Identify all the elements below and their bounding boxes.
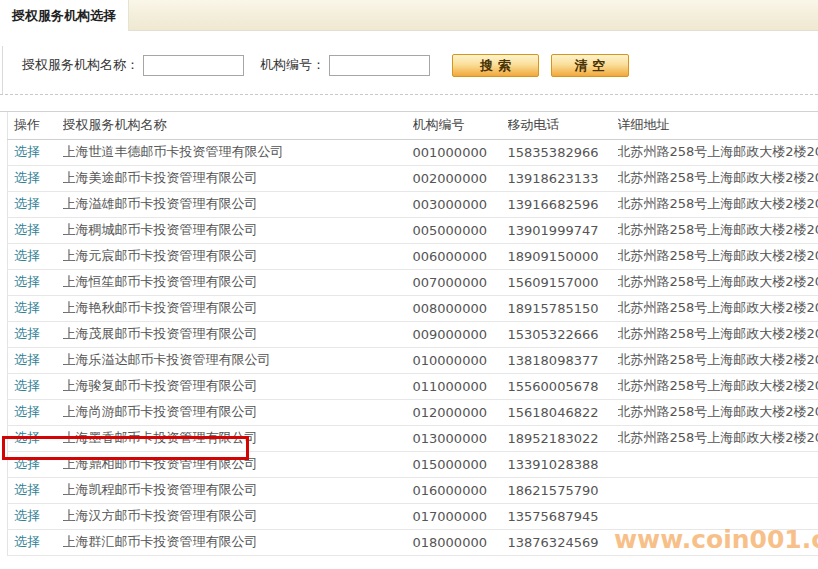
org-name-cell: 上海元宸邮币卡投资管理有限公司 xyxy=(63,243,413,269)
org-code-cell: 001000000 xyxy=(413,139,508,165)
address-cell: 北苏州路258号上海邮政大楼2楼2020 xyxy=(618,165,818,191)
col-header-action: 操作 xyxy=(8,112,63,139)
org-name-cell: 上海世道丰德邮币卡投资管理有限公司 xyxy=(63,139,413,165)
table-row: 选择 上海凯程邮币卡投资管理有限公司 016000000 18621575790 xyxy=(8,477,818,503)
table-row: 选择 上海尚游邮币卡投资管理有限公司 012000000 15618046822… xyxy=(8,399,818,425)
address-cell: 北苏州路258号上海邮政大楼2楼2008 xyxy=(618,139,818,165)
tab-authorized-org-selection[interactable]: 授权服务机构选择 xyxy=(0,0,129,31)
org-code-input[interactable] xyxy=(329,55,430,76)
org-name-input[interactable] xyxy=(143,55,244,76)
table-row: 选择 上海茂展邮币卡投资管理有限公司 009000000 15305322666… xyxy=(8,321,818,347)
phone-cell: 13918623133 xyxy=(508,165,618,191)
org-name-cell: 上海艳秋邮币卡投资管理有限公司 xyxy=(63,295,413,321)
phone-cell: 13901999747 xyxy=(508,217,618,243)
org-code-cell: 009000000 xyxy=(413,321,508,347)
select-link[interactable]: 选择 xyxy=(14,456,40,471)
col-header-org-name: 授权服务机构名称 xyxy=(63,112,413,139)
select-link[interactable]: 选择 xyxy=(14,144,40,159)
table-row: 选择 上海美途邮币卡投资管理有限公司 002000000 13918623133… xyxy=(8,165,818,191)
table-row: 选择 上海溢雄邮币卡投资管理有限公司 003000000 13916682596… xyxy=(8,191,818,217)
org-code-cell: 012000000 xyxy=(413,399,508,425)
org-name-cell: 上海稠城邮币卡投资管理有限公司 xyxy=(63,217,413,243)
org-code-cell: 015000000 xyxy=(413,451,508,477)
tab-strip: 授权服务机构选择 xyxy=(0,0,818,31)
select-link[interactable]: 选择 xyxy=(14,508,40,523)
org-code-cell: 011000000 xyxy=(413,373,508,399)
dashed-separator xyxy=(0,94,818,95)
select-link[interactable]: 选择 xyxy=(14,222,40,237)
phone-cell: 13916682596 xyxy=(508,191,618,217)
table-header-row: 操作 授权服务机构名称 机构编号 移动电话 详细地址 xyxy=(8,112,818,139)
select-link[interactable]: 选择 xyxy=(14,352,40,367)
select-link[interactable]: 选择 xyxy=(14,404,40,419)
col-header-address: 详细地址 xyxy=(618,112,818,139)
org-code-cell: 013000000 xyxy=(413,425,508,451)
org-name-cell: 上海凯程邮币卡投资管理有限公司 xyxy=(63,477,413,503)
table-row: 选择 上海汉方邮币卡投资管理有限公司 017000000 13575687945 xyxy=(8,503,818,529)
select-link[interactable]: 选择 xyxy=(14,274,40,289)
org-code-cell: 005000000 xyxy=(413,217,508,243)
phone-cell: 13876324569 xyxy=(508,529,618,555)
org-table: 操作 授权服务机构名称 机构编号 移动电话 详细地址 选择 上海世道丰德邮币卡投… xyxy=(7,112,818,556)
phone-cell: 18952183022 xyxy=(508,425,618,451)
address-cell: 北苏州路258号上海邮政大楼2楼2012 xyxy=(618,373,818,399)
search-form: 授权服务机构名称： 机构编号： 搜 索 清 空 xyxy=(22,52,812,78)
org-code-cell: 008000000 xyxy=(413,295,508,321)
address-cell: 北苏州路258号上海邮政大楼2楼2006 xyxy=(618,321,818,347)
select-link[interactable]: 选择 xyxy=(14,300,40,315)
org-name-cell: 上海美途邮币卡投资管理有限公司 xyxy=(63,165,413,191)
address-cell xyxy=(618,477,818,503)
select-link[interactable]: 选择 xyxy=(14,326,40,341)
phone-cell: 18621575790 xyxy=(508,477,618,503)
phone-cell: 15618046822 xyxy=(508,399,618,425)
org-code-cell: 016000000 xyxy=(413,477,508,503)
org-name-cell: 上海乐溢达邮币卡投资管理有限公司 xyxy=(63,347,413,373)
table-row: 选择 上海鼎相邮币卡投资管理有限公司 015000000 13391028388 xyxy=(8,451,818,477)
table-row: 选择 上海墨香邮币卡投资管理有限公司 013000000 18952183022… xyxy=(8,425,818,451)
table-row: 选择 上海恒笙邮币卡投资管理有限公司 007000000 15609157000… xyxy=(8,269,818,295)
phone-cell: 15609157000 xyxy=(508,269,618,295)
address-cell: 北苏州路258号上海邮政大楼2楼2009 xyxy=(618,269,818,295)
phone-cell: 13818098377 xyxy=(508,347,618,373)
select-link[interactable]: 选择 xyxy=(14,248,40,263)
address-cell: 北苏州路258号上海邮政大楼2楼2002 xyxy=(618,217,818,243)
org-code-cell: 018000000 xyxy=(413,529,508,555)
org-code-cell: 002000000 xyxy=(413,165,508,191)
table-row: 选择 上海世道丰德邮币卡投资管理有限公司 001000000 158353829… xyxy=(8,139,818,165)
search-button[interactable]: 搜 索 xyxy=(452,54,539,77)
phone-cell: 18915785150 xyxy=(508,295,618,321)
org-name-cell: 上海溢雄邮币卡投资管理有限公司 xyxy=(63,191,413,217)
address-cell: 北苏州路258号上海邮政大楼2楼2003 xyxy=(618,295,818,321)
table-row: 选择 上海元宸邮币卡投资管理有限公司 006000000 18909150000… xyxy=(8,243,818,269)
select-link[interactable]: 选择 xyxy=(14,430,40,445)
table-row: 选择 上海骏复邮币卡投资管理有限公司 011000000 15560005678… xyxy=(8,373,818,399)
col-header-phone: 移动电话 xyxy=(508,112,618,139)
phone-cell: 18909150000 xyxy=(508,243,618,269)
select-link[interactable]: 选择 xyxy=(14,170,40,185)
address-cell: 北苏州路258号上海邮政大楼2楼2016 xyxy=(618,399,818,425)
table-row: 选择 上海艳秋邮币卡投资管理有限公司 008000000 18915785150… xyxy=(8,295,818,321)
table-row: 选择 上海乐溢达邮币卡投资管理有限公司 010000000 1381809837… xyxy=(8,347,818,373)
clear-button[interactable]: 清 空 xyxy=(551,54,629,77)
org-code-cell: 010000000 xyxy=(413,347,508,373)
phone-cell: 15835382966 xyxy=(508,139,618,165)
phone-cell: 13575687945 xyxy=(508,503,618,529)
select-link[interactable]: 选择 xyxy=(14,196,40,211)
col-header-org-code: 机构编号 xyxy=(413,112,508,139)
org-code-cell: 007000000 xyxy=(413,269,508,295)
org-code-label: 机构编号： xyxy=(260,56,325,74)
address-cell: 北苏州路258号上海邮政大楼2楼2019 xyxy=(618,347,818,373)
select-link[interactable]: 选择 xyxy=(14,378,40,393)
tab-title: 授权服务机构选择 xyxy=(12,8,116,23)
select-link[interactable]: 选择 xyxy=(14,534,40,549)
address-cell: 北苏州路258号上海邮政大楼2楼2015 xyxy=(618,425,818,451)
org-name-cell: 上海墨香邮币卡投资管理有限公司 xyxy=(63,425,413,451)
org-name-cell: 上海鼎相邮币卡投资管理有限公司 xyxy=(63,451,413,477)
select-link[interactable]: 选择 xyxy=(14,482,40,497)
org-name-cell: 上海恒笙邮币卡投资管理有限公司 xyxy=(63,269,413,295)
table-row: 选择 上海群汇邮币卡投资管理有限公司 018000000 13876324569 xyxy=(8,529,818,555)
address-cell: 北苏州路258号上海邮政大楼2楼2001 xyxy=(618,243,818,269)
form-left-border xyxy=(2,46,3,94)
org-code-cell: 017000000 xyxy=(413,503,508,529)
phone-cell: 15305322666 xyxy=(508,321,618,347)
